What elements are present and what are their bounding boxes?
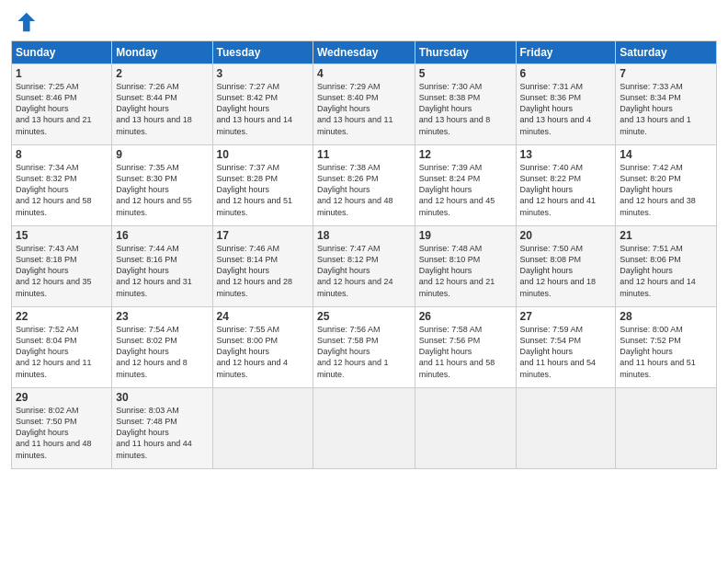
calendar-day-cell: 18 Sunrise: 7:47 AM Sunset: 8:12 PM Dayl… bbox=[313, 226, 415, 307]
day-number: 7 bbox=[620, 67, 712, 80]
day-number: 6 bbox=[520, 67, 612, 80]
day-info: Sunrise: 7:42 AM Sunset: 8:20 PM Dayligh… bbox=[620, 162, 712, 218]
day-info: Sunrise: 7:29 AM Sunset: 8:40 PM Dayligh… bbox=[317, 81, 411, 137]
calendar-day-cell bbox=[212, 388, 313, 469]
day-number: 1 bbox=[16, 67, 108, 80]
calendar-header-cell: Monday bbox=[112, 41, 212, 64]
calendar-week-row: 29 Sunrise: 8:02 AM Sunset: 7:50 PM Dayl… bbox=[12, 388, 717, 469]
calendar-day-cell: 2 Sunrise: 7:26 AM Sunset: 8:44 PM Dayli… bbox=[112, 64, 212, 145]
calendar-day-cell: 28 Sunrise: 8:00 AM Sunset: 7:52 PM Dayl… bbox=[616, 307, 717, 388]
calendar-day-cell: 7 Sunrise: 7:33 AM Sunset: 8:34 PM Dayli… bbox=[616, 64, 717, 145]
day-number: 16 bbox=[116, 229, 208, 242]
calendar-header-cell: Tuesday bbox=[212, 41, 313, 64]
day-info: Sunrise: 7:59 AM Sunset: 7:54 PM Dayligh… bbox=[520, 324, 612, 380]
day-number: 26 bbox=[419, 310, 512, 323]
day-number: 28 bbox=[620, 310, 712, 323]
calendar-day-cell: 24 Sunrise: 7:55 AM Sunset: 8:00 PM Dayl… bbox=[212, 307, 313, 388]
calendar-day-cell: 13 Sunrise: 7:40 AM Sunset: 8:22 PM Dayl… bbox=[516, 145, 616, 226]
calendar-week-row: 15 Sunrise: 7:43 AM Sunset: 8:18 PM Dayl… bbox=[12, 226, 717, 307]
calendar-day-cell: 21 Sunrise: 7:51 AM Sunset: 8:06 PM Dayl… bbox=[616, 226, 717, 307]
day-info: Sunrise: 7:39 AM Sunset: 8:24 PM Dayligh… bbox=[419, 162, 512, 218]
day-number: 11 bbox=[317, 148, 411, 161]
day-info: Sunrise: 7:50 AM Sunset: 8:08 PM Dayligh… bbox=[520, 243, 612, 299]
calendar-day-cell: 27 Sunrise: 7:59 AM Sunset: 7:54 PM Dayl… bbox=[516, 307, 616, 388]
day-info: Sunrise: 7:25 AM Sunset: 8:46 PM Dayligh… bbox=[16, 81, 108, 137]
calendar-day-cell: 11 Sunrise: 7:38 AM Sunset: 8:26 PM Dayl… bbox=[313, 145, 415, 226]
calendar-table: SundayMondayTuesdayWednesdayThursdayFrid… bbox=[11, 40, 717, 469]
day-info: Sunrise: 7:43 AM Sunset: 8:18 PM Dayligh… bbox=[16, 243, 108, 299]
calendar-header-cell: Sunday bbox=[12, 41, 112, 64]
calendar-day-cell: 3 Sunrise: 7:27 AM Sunset: 8:42 PM Dayli… bbox=[212, 64, 313, 145]
day-info: Sunrise: 8:02 AM Sunset: 7:50 PM Dayligh… bbox=[16, 405, 108, 461]
page-container: SundayMondayTuesdayWednesdayThursdayFrid… bbox=[0, 0, 728, 478]
day-info: Sunrise: 7:34 AM Sunset: 8:32 PM Dayligh… bbox=[16, 162, 108, 218]
day-number: 21 bbox=[620, 229, 712, 242]
calendar-week-row: 1 Sunrise: 7:25 AM Sunset: 8:46 PM Dayli… bbox=[12, 64, 717, 145]
day-number: 19 bbox=[419, 229, 512, 242]
day-info: Sunrise: 7:38 AM Sunset: 8:26 PM Dayligh… bbox=[317, 162, 411, 218]
calendar-week-row: 8 Sunrise: 7:34 AM Sunset: 8:32 PM Dayli… bbox=[12, 145, 717, 226]
day-info: Sunrise: 7:31 AM Sunset: 8:36 PM Dayligh… bbox=[520, 81, 612, 137]
calendar-day-cell bbox=[516, 388, 616, 469]
calendar-day-cell: 29 Sunrise: 8:02 AM Sunset: 7:50 PM Dayl… bbox=[12, 388, 112, 469]
calendar-day-cell: 5 Sunrise: 7:30 AM Sunset: 8:38 PM Dayli… bbox=[415, 64, 516, 145]
day-info: Sunrise: 7:26 AM Sunset: 8:44 PM Dayligh… bbox=[116, 81, 208, 137]
day-number: 24 bbox=[217, 310, 309, 323]
calendar-day-cell bbox=[313, 388, 415, 469]
logo bbox=[11, 9, 39, 35]
day-number: 13 bbox=[520, 148, 612, 161]
calendar-day-cell: 6 Sunrise: 7:31 AM Sunset: 8:36 PM Dayli… bbox=[516, 64, 616, 145]
day-number: 22 bbox=[16, 310, 108, 323]
day-info: Sunrise: 7:48 AM Sunset: 8:10 PM Dayligh… bbox=[419, 243, 512, 299]
day-number: 3 bbox=[217, 67, 309, 80]
day-info: Sunrise: 7:46 AM Sunset: 8:14 PM Dayligh… bbox=[217, 243, 309, 299]
day-info: Sunrise: 7:30 AM Sunset: 8:38 PM Dayligh… bbox=[419, 81, 512, 137]
day-number: 15 bbox=[16, 229, 108, 242]
calendar-day-cell: 8 Sunrise: 7:34 AM Sunset: 8:32 PM Dayli… bbox=[12, 145, 112, 226]
calendar-day-cell: 15 Sunrise: 7:43 AM Sunset: 8:18 PM Dayl… bbox=[12, 226, 112, 307]
day-info: Sunrise: 7:56 AM Sunset: 7:58 PM Dayligh… bbox=[317, 324, 411, 380]
calendar-header-cell: Friday bbox=[516, 41, 616, 64]
calendar-header-cell: Wednesday bbox=[313, 41, 415, 64]
calendar-day-cell: 9 Sunrise: 7:35 AM Sunset: 8:30 PM Dayli… bbox=[112, 145, 212, 226]
logo-icon bbox=[11, 9, 37, 35]
day-number: 9 bbox=[116, 148, 208, 161]
day-info: Sunrise: 7:54 AM Sunset: 8:02 PM Dayligh… bbox=[116, 324, 208, 380]
day-info: Sunrise: 8:00 AM Sunset: 7:52 PM Dayligh… bbox=[620, 324, 712, 380]
day-number: 30 bbox=[116, 391, 208, 404]
day-info: Sunrise: 7:33 AM Sunset: 8:34 PM Dayligh… bbox=[620, 81, 712, 137]
calendar-header-cell: Saturday bbox=[616, 41, 717, 64]
calendar-day-cell: 23 Sunrise: 7:54 AM Sunset: 8:02 PM Dayl… bbox=[112, 307, 212, 388]
day-number: 14 bbox=[620, 148, 712, 161]
calendar-day-cell: 4 Sunrise: 7:29 AM Sunset: 8:40 PM Dayli… bbox=[313, 64, 415, 145]
header bbox=[11, 9, 717, 35]
day-number: 2 bbox=[116, 67, 208, 80]
calendar-day-cell: 25 Sunrise: 7:56 AM Sunset: 7:58 PM Dayl… bbox=[313, 307, 415, 388]
day-number: 27 bbox=[520, 310, 612, 323]
day-info: Sunrise: 7:52 AM Sunset: 8:04 PM Dayligh… bbox=[16, 324, 108, 380]
day-number: 12 bbox=[419, 148, 512, 161]
calendar-day-cell: 10 Sunrise: 7:37 AM Sunset: 8:28 PM Dayl… bbox=[212, 145, 313, 226]
calendar-day-cell: 16 Sunrise: 7:44 AM Sunset: 8:16 PM Dayl… bbox=[112, 226, 212, 307]
day-number: 29 bbox=[16, 391, 108, 404]
calendar-day-cell: 26 Sunrise: 7:58 AM Sunset: 7:56 PM Dayl… bbox=[415, 307, 516, 388]
day-info: Sunrise: 7:40 AM Sunset: 8:22 PM Dayligh… bbox=[520, 162, 612, 218]
day-number: 18 bbox=[317, 229, 411, 242]
day-number: 17 bbox=[217, 229, 309, 242]
day-number: 23 bbox=[116, 310, 208, 323]
calendar-day-cell: 20 Sunrise: 7:50 AM Sunset: 8:08 PM Dayl… bbox=[516, 226, 616, 307]
day-info: Sunrise: 7:27 AM Sunset: 8:42 PM Dayligh… bbox=[217, 81, 309, 137]
day-number: 10 bbox=[217, 148, 309, 161]
svg-marker-0 bbox=[17, 13, 35, 32]
day-info: Sunrise: 7:51 AM Sunset: 8:06 PM Dayligh… bbox=[620, 243, 712, 299]
day-number: 20 bbox=[520, 229, 612, 242]
calendar-day-cell: 19 Sunrise: 7:48 AM Sunset: 8:10 PM Dayl… bbox=[415, 226, 516, 307]
calendar-day-cell: 30 Sunrise: 8:03 AM Sunset: 7:48 PM Dayl… bbox=[112, 388, 212, 469]
calendar-day-cell: 12 Sunrise: 7:39 AM Sunset: 8:24 PM Dayl… bbox=[415, 145, 516, 226]
calendar-day-cell bbox=[415, 388, 516, 469]
calendar-header-cell: Thursday bbox=[415, 41, 516, 64]
calendar-day-cell: 17 Sunrise: 7:46 AM Sunset: 8:14 PM Dayl… bbox=[212, 226, 313, 307]
calendar-day-cell: 14 Sunrise: 7:42 AM Sunset: 8:20 PM Dayl… bbox=[616, 145, 717, 226]
calendar-header-row: SundayMondayTuesdayWednesdayThursdayFrid… bbox=[12, 41, 717, 64]
day-number: 8 bbox=[16, 148, 108, 161]
